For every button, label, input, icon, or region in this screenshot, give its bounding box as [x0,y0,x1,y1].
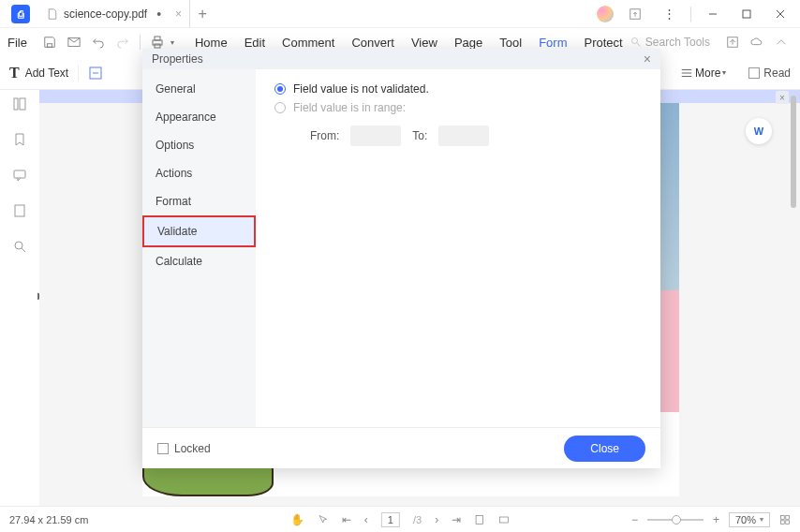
svg-rect-20 [781,515,785,519]
ai-orb-icon[interactable] [597,6,614,22]
minimize-button[interactable] [701,2,725,26]
next-page-icon[interactable]: › [435,513,438,526]
dlg-tab-actions[interactable]: Actions [142,159,256,187]
search-tools[interactable]: Search Tools [630,36,710,49]
radio-in-range[interactable]: Field value is in range: [274,101,642,114]
opt1-label: Field value is not validated. [293,82,429,96]
select-tool-icon[interactable] [318,514,329,525]
file-menu[interactable]: File [7,36,27,50]
menu-comment[interactable]: Comment [282,36,334,50]
scrollbar-thumb[interactable] [791,96,796,208]
locked-toggle[interactable]: Locked [157,442,211,455]
menu-tool[interactable]: Tool [499,36,522,50]
svg-rect-22 [781,520,785,524]
menu-view[interactable]: View [411,36,437,50]
zoom-value[interactable]: 70%▾ [729,512,770,527]
share-box-icon[interactable] [623,2,647,26]
read-checkbox[interactable] [748,67,760,79]
dlg-tab-calculate[interactable]: Calculate [142,247,256,275]
app-logo: ⎙ [11,5,30,23]
more-label: More [695,66,720,80]
svg-rect-3 [47,44,52,48]
dlg-tab-general[interactable]: General [142,75,256,103]
word-export-badge[interactable]: W [746,118,772,144]
zoom-out-icon[interactable]: − [631,513,638,526]
svg-rect-14 [14,170,25,178]
comment-icon[interactable] [11,167,28,184]
svg-line-17 [22,248,25,252]
maximize-button[interactable] [734,2,759,26]
menu-page[interactable]: Page [454,36,482,50]
collapse-ribbon-icon[interactable] [770,31,793,53]
page-dimensions: 27.94 x 21.59 cm [9,514,88,525]
to-input[interactable] [438,126,489,146]
menu-convert[interactable]: Convert [351,36,394,50]
dialog-close-icon[interactable]: × [644,52,651,66]
status-bar: 27.94 x 21.59 cm ✋ ⇤ ‹ 1 /3 › ⇥ − + 70%▾ [0,506,800,532]
thumbnails-icon[interactable] [11,96,28,112]
search-rail-icon[interactable] [11,238,28,255]
menu-form[interactable]: Form [539,36,567,50]
svg-rect-12 [14,98,18,110]
fit-width-icon[interactable] [498,514,510,525]
undo-icon[interactable] [87,31,110,53]
dlg-tab-appearance[interactable]: Appearance [142,103,256,131]
locked-label: Locked [174,442,211,455]
from-input[interactable] [350,126,401,146]
dialog-tabs: General Appearance Options Actions Forma… [142,69,256,427]
edit-icon[interactable] [88,66,103,81]
left-rail [0,90,39,506]
more-dropdown[interactable]: More ▾ [680,66,726,80]
svg-rect-6 [155,37,160,40]
menu-items: Home Edit Comment Convert View Page Tool… [195,36,623,50]
page-input[interactable]: 1 [381,512,400,527]
zoom-in-icon[interactable]: + [713,513,719,526]
document-tab[interactable]: science-copy.pdf • × [39,0,190,27]
radio-not-validated[interactable]: Field value is not validated. [274,82,642,96]
fit-page-icon[interactable] [474,514,485,525]
zoom-slider[interactable] [647,519,704,521]
dlg-tab-validate[interactable]: Validate [142,215,256,247]
locked-checkbox[interactable] [157,443,169,454]
svg-rect-2 [743,10,750,18]
attachment-icon[interactable] [11,202,28,219]
svg-point-16 [15,242,22,249]
new-tab-button[interactable]: + [190,6,215,22]
dialog-title: Properties [152,52,203,66]
read-label: Read [763,66,791,80]
dialog-content: Field value is not validated. Field valu… [256,69,660,427]
add-text-label: Add Text [25,66,68,80]
cloud-icon[interactable] [746,31,768,53]
hand-tool-icon[interactable]: ✋ [290,513,304,526]
dlg-tab-options[interactable]: Options [142,131,256,159]
page-total: /3 [413,514,422,525]
close-tab-icon[interactable]: × [175,7,182,21]
radio-on-icon[interactable] [274,83,286,95]
opt2-label: Field value is in range: [293,101,406,114]
close-button[interactable]: Close [564,436,645,462]
fullscreen-icon[interactable] [779,514,791,525]
menu-edit[interactable]: Edit [244,36,265,50]
svg-rect-23 [786,520,790,524]
read-toggle[interactable]: Read [748,66,791,80]
menu-dots-icon[interactable]: ⋮ [657,2,681,26]
save-icon[interactable] [38,31,61,53]
dialog-header[interactable]: Properties × [142,49,660,69]
dlg-tab-format[interactable]: Format [142,187,256,215]
hamburger-icon [680,66,693,80]
properties-dialog: Properties × General Appearance Options … [142,49,660,468]
panel-close-icon[interactable]: × [776,91,789,104]
bookmark-icon[interactable] [11,131,28,148]
close-window-button[interactable] [768,2,793,26]
radio-off-icon[interactable] [274,102,286,113]
first-page-icon[interactable]: ⇤ [342,513,351,526]
menu-home[interactable]: Home [195,36,228,50]
add-text-tool[interactable]: T Add Text [9,65,68,81]
export-icon[interactable] [721,31,744,53]
tab-doc-icon [47,8,58,20]
redo-icon[interactable] [111,31,134,53]
mail-icon[interactable] [63,31,85,53]
prev-page-icon[interactable]: ‹ [364,513,368,526]
menu-protect[interactable]: Protect [584,36,622,50]
last-page-icon[interactable]: ⇥ [452,513,461,526]
